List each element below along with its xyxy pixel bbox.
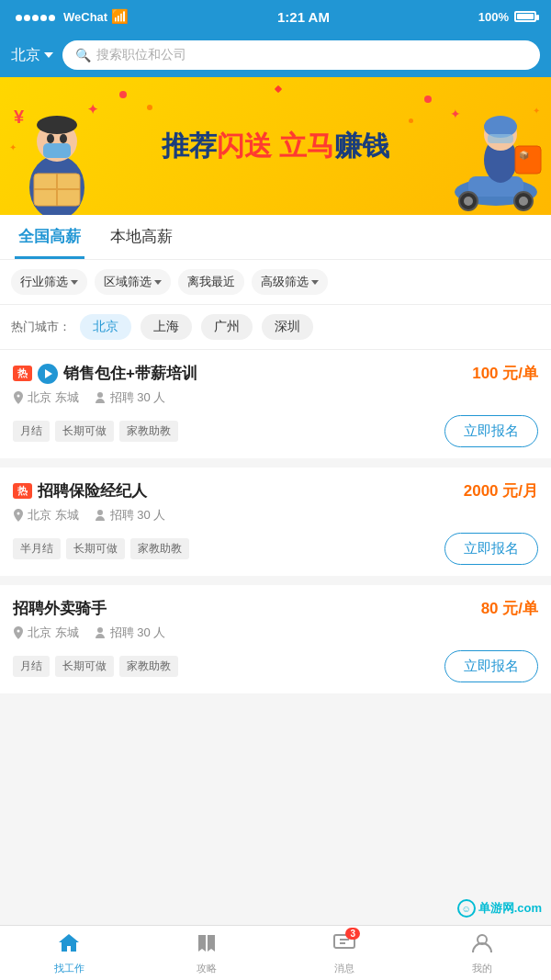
svg-text:✦: ✦ (533, 106, 540, 116)
svg-point-2 (37, 116, 77, 134)
svg-point-16 (464, 197, 473, 206)
message-badge: 3 (345, 928, 360, 940)
location-button[interactable]: 北京 (11, 46, 53, 65)
person-icon (470, 931, 494, 955)
nav-home-label: 找工作 (54, 962, 84, 975)
search-input-wrap[interactable]: 🔍 搜索职位和公司 (62, 40, 540, 70)
carrier-label: WeChat (63, 10, 107, 24)
job-tag-2-2: 家教助教 (130, 538, 189, 559)
svg-text:✦: ✦ (450, 107, 461, 121)
job-card-3: 招聘外卖骑手 80 元/单 北京 东城 招聘 30 人 月结 长期可做 (0, 585, 551, 693)
job-location-3: 北京 东城 (13, 625, 79, 641)
filter-industry-arrow-icon (71, 280, 78, 285)
hot-cities: 热门城市： 北京 上海 广州 深圳 (0, 305, 551, 350)
job-location-2: 北京 东城 (13, 507, 79, 524)
home-icon (57, 931, 81, 955)
video-icon-1 (38, 364, 58, 384)
job-salary-3: 80 元/单 (481, 598, 538, 619)
banner-ending: 赚钱 (334, 130, 389, 161)
banner-highlight2: 立马 (279, 130, 334, 161)
job-recruitment-2: 招聘 30 人 (94, 507, 166, 524)
svg-point-5 (60, 134, 67, 143)
banner-text-prefix: 推荐 (162, 130, 217, 161)
hot-badge-1: 热 (13, 366, 32, 381)
status-time: 1:21 AM (277, 9, 330, 25)
watermark-text: 单游网.com (478, 900, 542, 917)
job-tag-1-2: 家教助教 (119, 421, 178, 442)
hot-cities-label: 热门城市： (11, 319, 71, 335)
job-title-3: 招聘外卖骑手 (13, 598, 107, 619)
search-placeholder: 搜索职位和公司 (96, 47, 186, 63)
job-card-2: 热 招聘保险经纪人 2000 元/月 北京 东城 招聘 30 人 半月 (0, 467, 551, 576)
book-icon (195, 931, 219, 955)
job-tag-2-1: 长期可做 (66, 538, 125, 559)
bottom-nav: 找工作 攻略 3 消息 我的 (0, 925, 551, 980)
job-tag-3-0: 月结 (13, 656, 50, 677)
tab-local-high-salary[interactable]: 本地高薪 (107, 226, 176, 259)
promo-banner[interactable]: ¥ ✦ ✦ 推荐闪送 立马赚钱 (0, 77, 551, 215)
search-icon: 🔍 (75, 48, 91, 62)
job-tag-1-0: 月结 (13, 421, 50, 442)
city-shenzhen[interactable]: 深圳 (262, 314, 313, 340)
watermark: ☺ 单游网.com (457, 899, 542, 918)
filter-nearby[interactable]: 离我最近 (178, 269, 244, 295)
battery-icon (514, 11, 536, 22)
apply-button-1[interactable]: 立即报名 (444, 415, 538, 447)
job-location-1: 北京 东城 (13, 389, 79, 406)
job-recruitment-3: 招聘 30 人 (94, 625, 166, 641)
filter-area[interactable]: 区域筛选 (95, 269, 171, 295)
search-bar: 北京 🔍 搜索职位和公司 (0, 33, 551, 77)
job-card-1: 热 销售包住+带薪培训 100 元/单 北京 东城 招聘 30 人 (0, 350, 551, 458)
job-title-2: 招聘保险经纪人 (38, 480, 147, 501)
filter-bar: 行业筛选 区域筛选 离我最近 高级筛选 (0, 260, 551, 305)
nav-profile[interactable]: 我的 (413, 926, 551, 980)
banner-person-right: 📦 ✦ ✦ (445, 96, 546, 215)
nav-message-label: 消息 (334, 962, 354, 975)
nav-guide-label: 攻略 (197, 962, 217, 975)
status-right: 100% (478, 10, 536, 24)
battery-label: 100% (478, 10, 509, 24)
svg-text:📦: 📦 (519, 150, 530, 161)
city-shanghai[interactable]: 上海 (141, 314, 192, 340)
filter-advanced[interactable]: 高级筛选 (252, 269, 328, 295)
job-salary-2: 2000 元/月 (464, 480, 538, 501)
apply-button-3[interactable]: 立即报名 (444, 650, 538, 682)
job-tag-3-2: 家教助教 (119, 656, 178, 677)
watermark-icon: ☺ (457, 899, 476, 918)
wifi-icon: 📶 (111, 8, 129, 25)
svg-text:✦: ✦ (87, 102, 98, 117)
filter-industry[interactable]: 行业筛选 (11, 269, 87, 295)
job-title-1: 销售包住+带薪培训 (63, 363, 197, 384)
filter-area-arrow-icon (154, 280, 162, 285)
city-guangzhou[interactable]: 广州 (201, 314, 253, 340)
svg-point-4 (47, 134, 54, 143)
apply-button-2[interactable]: 立即报名 (444, 533, 538, 565)
banner-space (272, 130, 279, 161)
job-tag-2-0: 半月结 (13, 538, 61, 559)
nav-message[interactable]: 3 消息 (276, 926, 413, 980)
svg-text:¥: ¥ (14, 107, 25, 127)
job-list: 热 销售包住+带薪培训 100 元/单 北京 东城 招聘 30 人 (0, 350, 551, 693)
hot-badge-2: 热 (13, 483, 32, 499)
filter-advanced-arrow-icon (311, 280, 319, 285)
job-tag-3-1: 长期可做 (55, 656, 114, 677)
svg-rect-21 (488, 134, 513, 143)
job-tag-1-1: 长期可做 (55, 421, 114, 442)
svg-text:✦: ✦ (9, 142, 17, 152)
nav-guide[interactable]: 攻略 (138, 926, 276, 980)
signal-dots (15, 10, 56, 24)
banner-highlight1: 闪送 (217, 130, 272, 161)
city-beijing[interactable]: 北京 (80, 314, 131, 340)
location-label: 北京 (11, 46, 40, 65)
status-left: WeChat 📶 (15, 8, 129, 25)
tabs: 全国高薪 本地高薪 (0, 215, 551, 260)
nav-profile-label: 我的 (472, 962, 492, 975)
svg-point-17 (519, 197, 528, 206)
banner-person-left: ¥ ✦ ✦ (5, 86, 110, 215)
tab-national-high-salary[interactable]: 全国高薪 (15, 226, 84, 259)
job-recruitment-1: 招聘 30 人 (94, 389, 166, 406)
location-arrow-icon (44, 52, 53, 58)
nav-home[interactable]: 找工作 (0, 926, 138, 980)
svg-rect-3 (43, 143, 71, 158)
status-bar: WeChat 📶 1:21 AM 100% (0, 0, 551, 33)
